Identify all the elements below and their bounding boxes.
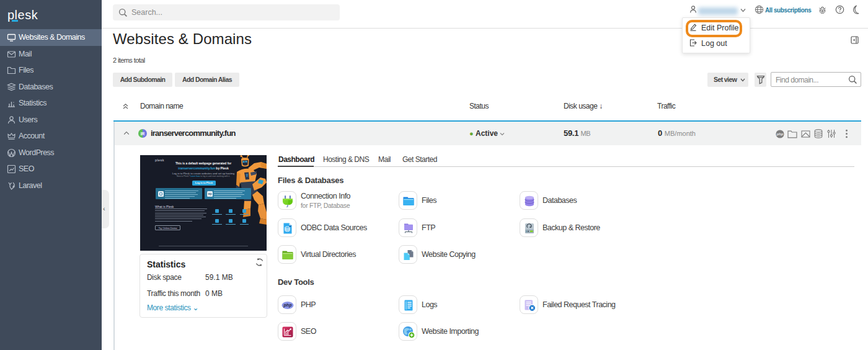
svg-text:php: php [283,303,293,308]
svg-text:php: php [776,132,784,136]
svg-text:IR: IR [141,132,145,136]
